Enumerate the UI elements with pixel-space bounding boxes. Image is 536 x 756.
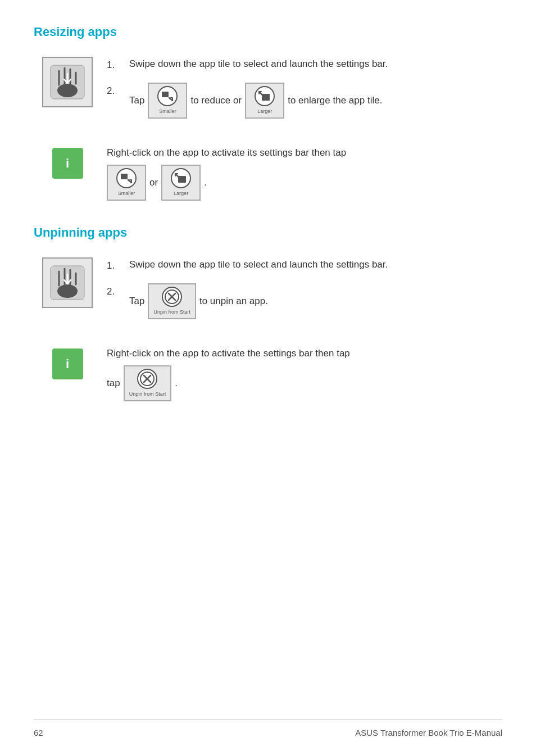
resizing-note-prefix: Right-click on the app to activate its s…	[107, 147, 346, 158]
unpinning-step1: 1. Swipe down the app tile to select and…	[107, 257, 502, 273]
step1-num: 1.	[107, 57, 129, 73]
resizing-note-smaller-inner	[116, 168, 137, 188]
resizing-note-suffix: .	[204, 175, 207, 190]
page-number: 62	[34, 727, 43, 740]
unpinning-swipe-icon-col	[34, 257, 101, 308]
unpinning-note-content: Right-click on the app to activate the s…	[101, 346, 502, 401]
resizing-note-smaller-btn: Smaller	[107, 165, 146, 201]
swipe-gesture-icon	[42, 57, 93, 107]
unpinning-step2-content: Tap Unpin from Start	[129, 283, 502, 320]
smaller-button-icon: Smaller	[148, 83, 187, 119]
resizing-step2: 2. Tap	[107, 83, 502, 119]
unpin-label: Unpin from Start	[153, 309, 190, 316]
resizing-section: Resizing apps	[34, 22, 502, 201]
unpinning-step2-suffix: to unpin an app.	[199, 294, 268, 309]
unpinning-swipe-gesture-icon	[42, 257, 93, 308]
unpin-inner-icon	[162, 287, 182, 307]
unpinning-main-block: 1. Swipe down the app tile to select and…	[34, 257, 502, 329]
larger-button-icon: Larger	[245, 83, 284, 119]
svg-rect-11	[121, 174, 128, 179]
smaller-icon-inner	[157, 86, 178, 106]
unpinning-note-unpin-inner	[137, 369, 157, 389]
resizing-note-middle: or	[149, 175, 158, 190]
unpinning-note-icon-col: i	[34, 346, 101, 379]
resizing-note-icon-col: i	[34, 146, 101, 179]
resizing-title: Resizing apps	[34, 22, 502, 41]
unpinning-step2: 2. Tap	[107, 283, 502, 320]
unpinning-note-tap: tap	[107, 376, 120, 391]
swipe-icon-col	[34, 57, 101, 107]
resizing-note-larger-btn: Larger	[161, 165, 201, 201]
unpinning-step2-inline: Tap Unpin from Start	[129, 283, 502, 320]
unpin-button-icon: Unpin from Start	[148, 283, 196, 320]
unpinning-note-inline: tap Unpin from Start .	[107, 365, 502, 402]
unpinning-steps: 1. Swipe down the app tile to select and…	[101, 257, 502, 329]
footer: 62 ASUS Transformer Book Trio E-Manual	[34, 719, 502, 740]
step2-suffix: to enlarge the app tile.	[288, 93, 382, 108]
resizing-note-smaller-label: Smaller	[118, 190, 135, 198]
resizing-note-inline: Smaller or Larger .	[107, 165, 502, 201]
unpinning-step2-num: 2.	[107, 283, 129, 299]
green-tile-icon: i	[52, 148, 83, 179]
unpinning-step1-num: 1.	[107, 257, 129, 273]
resizing-note-larger-label: Larger	[174, 190, 188, 198]
step2-inline: Tap Smaller to	[129, 83, 502, 119]
larger-label: Larger	[257, 108, 272, 116]
step2-prefix: Tap	[129, 93, 144, 108]
resizing-note-block: i Right-click on the app to activate its…	[34, 146, 502, 201]
svg-point-5	[57, 84, 78, 97]
resizing-note-content: Right-click on the app to activate its s…	[101, 146, 502, 201]
unpinning-note-suffix: .	[175, 376, 178, 391]
resizing-main-block: 1. Swipe down the app tile to select and…	[34, 57, 502, 129]
unpinning-note-unpin-btn: Unpin from Start	[124, 365, 172, 402]
step2-num: 2.	[107, 83, 129, 98]
product-name: ASUS Transformer Book Trio E-Manual	[355, 727, 502, 740]
unpinning-note-prefix: Right-click on the app to activate the s…	[107, 348, 350, 359]
step2-middle: to reduce or	[190, 93, 242, 108]
svg-point-20	[57, 284, 78, 298]
svg-rect-7	[162, 92, 169, 97]
resizing-step1: 1. Swipe down the app tile to select and…	[107, 57, 502, 73]
step1-text: Swipe down the app tile to select and la…	[129, 57, 502, 71]
unpinning-note-block: i Right-click on the app to activate the…	[34, 346, 502, 401]
smaller-label: Smaller	[159, 108, 176, 116]
resizing-note-larger-inner	[171, 168, 191, 188]
unpinning-step1-text: Swipe down the app tile to select and la…	[129, 257, 502, 272]
unpinning-step2-prefix: Tap	[129, 294, 144, 309]
larger-icon-inner	[255, 86, 275, 106]
unpinning-note-unpin-label: Unpin from Start	[129, 391, 166, 399]
unpinning-section: Unpinning apps 1. Swipe down t	[34, 223, 502, 401]
step2-content: Tap Smaller to	[129, 83, 502, 119]
unpinning-green-tile-icon: i	[52, 348, 83, 379]
resizing-steps: 1. Swipe down the app tile to select and…	[101, 57, 502, 129]
unpinning-title: Unpinning apps	[34, 223, 502, 242]
